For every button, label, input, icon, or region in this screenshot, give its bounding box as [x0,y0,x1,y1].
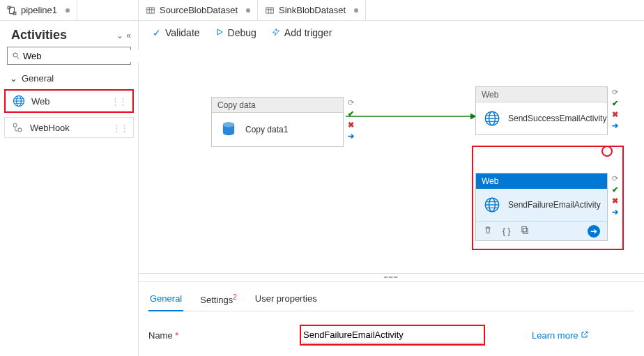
svg-rect-1 [8,6,10,8]
unsaved-dot-icon [354,8,358,13]
canvas-node-copy-data[interactable]: Copy data Copy data1 ⟳ ✔ ✖ ➔ [211,97,344,147]
globe-icon [12,94,26,108]
activity-item-web[interactable]: Web ⋮⋮ [6,91,132,111]
node-failure-port-icon[interactable]: ✖ [610,109,620,119]
dataset-icon [146,6,155,15]
svg-rect-35 [522,226,526,232]
lightning-icon [272,27,280,39]
validate-button[interactable]: ✓ Validate [153,27,200,38]
node-copy-head: Copy data [217,100,256,110]
check-icon: ✓ [153,27,161,38]
node-success-title: SendSuccessEmailActivity [508,114,606,123]
detail-panel: General Settings2 User properties Name *… [139,281,644,356]
activities-title: Activities [11,28,67,42]
node-completion-port-icon[interactable]: ➔ [610,207,620,217]
node-collapse-icon[interactable]: ⟳ [346,98,355,107]
success-connector-arrow [346,113,485,134]
pipeline-icon [7,6,17,15]
detail-tab-general[interactable]: General [148,289,183,311]
node-copy-title: Copy data1 [245,125,288,134]
svg-marker-21 [273,29,279,36]
database-icon [219,120,238,139]
detail-tab-user-properties[interactable]: User properties [254,289,319,311]
name-field-highlight [302,327,483,343]
node-success-port-icon[interactable]: ✔ [610,98,620,108]
svg-rect-12 [147,7,155,13]
node-collapse-icon[interactable]: ⟳ [610,87,620,97]
code-icon[interactable]: { } [503,226,510,236]
collapse-panel-chevrons[interactable]: ⌄ « [116,31,131,40]
activities-search[interactable] [7,47,131,65]
svg-rect-34 [523,229,528,234]
svg-point-11 [18,128,22,132]
canvas-node-send-success[interactable]: Web SendSuccessEmailActivity ⟳ ✔ ✖ ➔ [475,86,608,135]
required-asterisk-icon: * [175,330,178,341]
debug-label: Debug [228,27,256,38]
add-trigger-button[interactable]: Add trigger [272,27,332,39]
add-trigger-label: Add trigger [284,27,332,38]
unsaved-dot-icon [246,8,250,13]
node-success-head: Web [482,90,498,100]
learn-more-link[interactable]: Learn more [532,330,589,341]
selection-circle-icon [601,146,613,157]
svg-rect-16 [266,7,274,13]
settings-badge: 2 [233,293,237,301]
tab-source-dataset[interactable]: SourceBlobDataset [139,0,258,20]
dataset-icon [265,6,275,15]
node-success-port-icon[interactable]: ✔ [610,185,620,194]
svg-line-4 [17,57,20,59]
name-input[interactable] [302,327,483,343]
drag-grip-icon: ⋮⋮ [111,96,126,107]
node-completion-port-icon[interactable]: ➔ [346,131,355,141]
node-success-port-icon[interactable]: ✔ [346,109,355,118]
svg-point-10 [13,123,17,127]
activity-group-general-label: General [22,73,54,84]
globe-icon [483,109,501,127]
tab-pipeline-label: pipeline1 [21,5,57,15]
unsaved-dot-icon [66,8,70,13]
tab-pipeline[interactable]: pipeline1 [0,0,77,20]
detail-tab-settings[interactable]: Settings2 [199,289,238,311]
webhook-icon [10,121,24,134]
svg-point-3 [13,53,17,57]
copy-icon[interactable] [520,225,530,237]
activity-item-web-label: Web [31,96,50,107]
search-icon [12,52,20,60]
chevron-down-icon: ⌄ [10,73,17,84]
play-icon [215,27,224,38]
node-collapse-icon[interactable]: ⟳ [610,173,620,183]
tab-source-dataset-label: SourceBlobDataset [160,5,238,15]
activity-group-general[interactable]: ⌄ General [0,70,138,86]
activities-search-input[interactable] [20,50,141,62]
node-failure-port-icon[interactable]: ✖ [346,120,355,130]
drag-grip-icon: ⋮⋮ [112,123,128,133]
delete-icon[interactable] [483,225,493,237]
svg-rect-2 [13,12,16,15]
activity-item-webhook-label: WebHook [30,123,70,133]
activity-item-webhook[interactable]: WebHook ⋮⋮ [4,117,134,138]
svg-point-23 [223,123,234,127]
node-failure-port-icon[interactable]: ✖ [610,196,620,206]
canvas-node-send-failure[interactable]: Web SendFailureEmailActivity { } ➔ ⟳ ✔ [475,173,608,241]
tab-sink-dataset-label: SinkBlobDataset [279,5,346,15]
node-failure-head: Web [482,176,498,186]
activity-item-web-highlight: Web ⋮⋮ [4,89,134,113]
go-icon[interactable]: ➔ [588,225,600,238]
chevron-left-icon: « [126,31,131,40]
detail-panel-resize-handle[interactable]: ━━━ [139,273,644,281]
node-completion-port-icon[interactable]: ➔ [610,121,620,130]
node-failure-title: SendFailureEmailActivity [508,200,601,210]
svg-marker-20 [217,29,222,35]
validate-label: Validate [165,27,200,38]
external-link-icon [581,330,589,341]
name-field-label: Name * [148,330,281,341]
chevron-down-icon: ⌄ [116,31,123,40]
tab-sink-dataset[interactable]: SinkBlobDataset [258,0,366,20]
pipeline-canvas[interactable]: Copy data Copy data1 ⟳ ✔ ✖ ➔ Web [139,45,644,273]
debug-button[interactable]: Debug [215,27,256,38]
globe-icon [483,196,501,214]
